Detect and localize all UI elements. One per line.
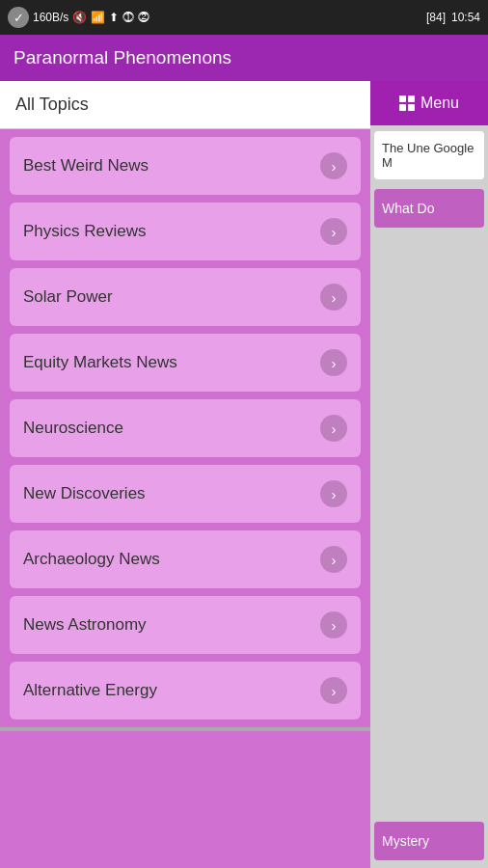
- topic-label: News Astronomy: [23, 615, 147, 635]
- grid-icon: [399, 95, 415, 111]
- chevron-right-icon: ›: [320, 546, 347, 573]
- list-item[interactable]: Physics Reviews ›: [10, 203, 361, 260]
- right-card-une-google[interactable]: The Une Google M: [374, 131, 484, 179]
- right-panel: Menu The Une Google M What Do Mystery: [370, 81, 488, 868]
- sim-icon: ⓵: [122, 11, 134, 24]
- chevron-right-icon: ›: [320, 152, 347, 179]
- chevron-right-icon: ›: [320, 415, 347, 442]
- list-item[interactable]: Neuroscience ›: [10, 399, 361, 457]
- mute-icon: 🔇: [72, 11, 87, 24]
- list-item[interactable]: Best Weird News ›: [10, 137, 361, 195]
- menu-label: Menu: [420, 95, 459, 112]
- topic-label: New Discoveries: [23, 484, 146, 503]
- list-item[interactable]: Solar Power ›: [10, 268, 361, 326]
- page-title: Paranormal Phenomenons: [14, 47, 231, 68]
- status-left: ✓ 160B/s 🔇 📶 ⬆ ⓵ ⓶: [8, 7, 149, 28]
- status-right: [84] 10:54: [426, 11, 480, 24]
- main-layout: All Topics Best Weird News › Physics Rev…: [0, 81, 488, 868]
- list-item[interactable]: New Discoveries ›: [10, 465, 361, 523]
- chevron-right-icon: ›: [320, 349, 347, 376]
- notification-icon: ⓶: [138, 11, 149, 24]
- topic-label: Solar Power: [23, 287, 113, 307]
- list-item[interactable]: Alternative Energy ›: [10, 662, 361, 719]
- chevron-right-icon: ›: [320, 284, 347, 311]
- topic-label: Alternative Energy: [23, 681, 157, 700]
- right-card-what-do[interactable]: What Do: [374, 189, 484, 228]
- chevron-right-icon: ›: [320, 480, 347, 507]
- chevron-right-icon: ›: [320, 677, 347, 704]
- check-icon: ✓: [8, 7, 29, 28]
- signal-icon: ⬆: [109, 11, 119, 24]
- chevron-right-icon: ›: [320, 218, 347, 245]
- wifi-icon: 📶: [91, 11, 105, 24]
- status-bar: ✓ 160B/s 🔇 📶 ⬆ ⓵ ⓶ [84] 10:54: [0, 0, 488, 35]
- all-topics-header: All Topics: [0, 81, 370, 129]
- list-item[interactable]: News Astronomy ›: [10, 596, 361, 654]
- clock: 10:54: [451, 11, 480, 24]
- menu-button[interactable]: Menu: [370, 81, 488, 125]
- list-item[interactable]: Archaeology News ›: [10, 530, 361, 588]
- topic-list: Best Weird News › Physics Reviews › Sola…: [0, 129, 370, 727]
- topic-label: Equity Markets News: [23, 353, 177, 372]
- chevron-right-icon: ›: [320, 611, 347, 638]
- list-item[interactable]: Equity Markets News ›: [10, 334, 361, 392]
- right-spacer: [370, 231, 488, 818]
- topic-label: Best Weird News: [23, 156, 149, 176]
- topic-label: Archaeology News: [23, 550, 160, 569]
- topic-label: Neuroscience: [23, 419, 123, 438]
- right-card-mystery[interactable]: Mystery: [374, 822, 484, 860]
- title-bar: Paranormal Phenomenons: [0, 35, 488, 81]
- battery-level: [84]: [426, 11, 446, 24]
- network-speed: 160B/s: [33, 11, 68, 24]
- left-panel: All Topics Best Weird News › Physics Rev…: [0, 81, 370, 868]
- scrollbar[interactable]: [0, 727, 370, 731]
- topic-label: Physics Reviews: [23, 222, 147, 241]
